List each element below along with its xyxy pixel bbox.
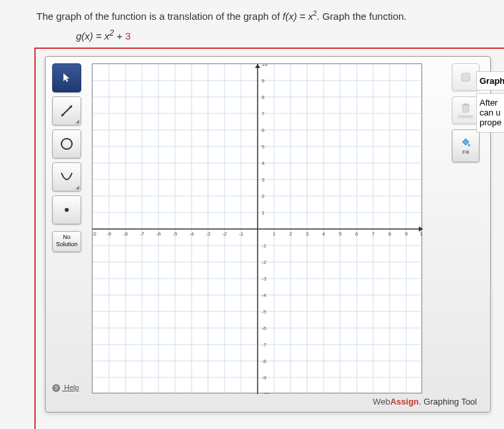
line-icon bbox=[59, 103, 75, 119]
eraser-icon bbox=[460, 71, 472, 83]
panel-tab-info[interactable]: After can u prope bbox=[476, 93, 504, 133]
graphing-tool: No Solution Help -10-9-8-7-6-5-4-3-2-112… bbox=[45, 56, 491, 412]
svg-point-4 bbox=[65, 208, 69, 212]
svg-rect-91 bbox=[462, 73, 470, 81]
svg-text:10: 10 bbox=[262, 64, 268, 67]
svg-text:-7: -7 bbox=[139, 231, 145, 237]
svg-text:-9: -9 bbox=[106, 231, 112, 237]
circle-tool[interactable] bbox=[52, 129, 81, 158]
svg-text:8: 8 bbox=[388, 231, 392, 237]
clear-button[interactable] bbox=[452, 63, 480, 91]
svg-text:7: 7 bbox=[372, 231, 375, 237]
svg-text:5: 5 bbox=[339, 231, 342, 237]
trash-icon bbox=[460, 102, 472, 114]
svg-text:-5: -5 bbox=[172, 231, 178, 237]
svg-text:-6: -6 bbox=[156, 231, 161, 237]
side-panel: Graph After can u prope bbox=[476, 71, 504, 135]
circle-icon bbox=[59, 136, 75, 152]
parabola-tool[interactable] bbox=[52, 162, 81, 191]
svg-text:6: 6 bbox=[355, 231, 359, 237]
svg-point-92 bbox=[468, 144, 470, 147]
svg-text:10: 10 bbox=[420, 231, 423, 237]
svg-text:7: 7 bbox=[262, 111, 265, 117]
svg-text:-2: -2 bbox=[222, 231, 227, 237]
svg-text:-8: -8 bbox=[262, 358, 267, 364]
svg-text:4: 4 bbox=[322, 231, 326, 237]
help-link[interactable]: Help bbox=[52, 383, 79, 392]
svg-text:-10: -10 bbox=[262, 391, 270, 394]
coordinate-grid[interactable]: -10-9-8-7-6-5-4-3-2-112345678910-10-9-8-… bbox=[92, 63, 422, 393]
svg-text:3: 3 bbox=[262, 177, 265, 183]
point-tool[interactable] bbox=[52, 195, 81, 224]
pointer-icon bbox=[61, 73, 72, 83]
fill-icon bbox=[460, 137, 472, 149]
svg-text:-3: -3 bbox=[262, 276, 267, 282]
svg-point-3 bbox=[61, 139, 72, 149]
no-solution-button[interactable]: No Solution bbox=[52, 231, 81, 252]
panel-tab-graph[interactable]: Graph bbox=[476, 71, 504, 90]
svg-text:1: 1 bbox=[273, 231, 276, 237]
answer-area-border-left bbox=[34, 48, 36, 429]
svg-text:1: 1 bbox=[262, 210, 265, 216]
svg-text:9: 9 bbox=[262, 78, 265, 84]
answer-area-border-top bbox=[34, 48, 504, 49]
dropdown-corner-icon bbox=[75, 185, 79, 189]
svg-text:-7: -7 bbox=[262, 342, 267, 348]
svg-text:-1: -1 bbox=[238, 231, 244, 237]
branding-text: WebAssign. Graphing Tool bbox=[373, 397, 477, 407]
point-icon bbox=[59, 202, 75, 218]
svg-text:-4: -4 bbox=[262, 292, 267, 298]
delete-button[interactable]: Delete bbox=[452, 96, 480, 124]
svg-text:3: 3 bbox=[306, 231, 309, 237]
parabola-icon bbox=[59, 169, 75, 185]
question-text: The graph of the function is a translati… bbox=[0, 0, 504, 25]
svg-text:-8: -8 bbox=[123, 231, 128, 237]
svg-text:8: 8 bbox=[262, 94, 265, 100]
tool-palette: No Solution bbox=[52, 63, 87, 252]
pointer-tool[interactable] bbox=[52, 63, 81, 92]
svg-text:4: 4 bbox=[262, 160, 265, 166]
svg-text:2: 2 bbox=[262, 193, 265, 199]
grid-svg: -10-9-8-7-6-5-4-3-2-112345678910-10-9-8-… bbox=[92, 64, 423, 394]
svg-text:2: 2 bbox=[289, 231, 293, 237]
svg-text:-4: -4 bbox=[189, 231, 194, 237]
svg-text:-2: -2 bbox=[262, 259, 267, 265]
svg-text:-3: -3 bbox=[205, 231, 211, 237]
svg-text:5: 5 bbox=[262, 144, 265, 150]
svg-text:9: 9 bbox=[405, 231, 408, 237]
dropdown-corner-icon bbox=[75, 119, 79, 123]
svg-text:-10: -10 bbox=[92, 231, 96, 237]
svg-text:-6: -6 bbox=[262, 325, 267, 331]
svg-text:6: 6 bbox=[262, 127, 265, 133]
svg-text:-9: -9 bbox=[262, 375, 267, 381]
fill-button[interactable]: Fill bbox=[452, 129, 480, 162]
svg-text:-1: -1 bbox=[262, 243, 267, 249]
svg-text:-5: -5 bbox=[262, 309, 267, 315]
line-tool[interactable] bbox=[52, 96, 81, 125]
equation-text: g(x) = x2 + 3 bbox=[0, 25, 504, 48]
svg-marker-49 bbox=[255, 64, 260, 68]
